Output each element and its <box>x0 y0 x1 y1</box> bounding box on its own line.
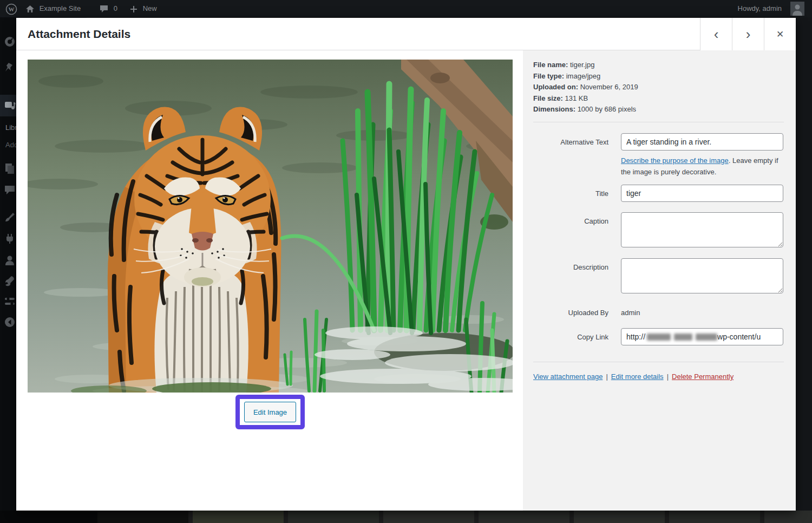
alt-text-input[interactable] <box>621 133 783 151</box>
posts-pin-icon[interactable] <box>4 62 16 74</box>
tools-wrench-icon[interactable] <box>4 275 16 287</box>
attachment-details-modal: Attachment Details ‹ › ✕ <box>16 18 796 511</box>
pages-icon[interactable] <box>4 162 16 174</box>
edit-more-details-link[interactable]: Edit more details <box>611 372 664 381</box>
delete-permanently-link[interactable]: Delete Permanently <box>672 372 734 381</box>
uploaded-by-value: admin <box>621 309 640 317</box>
attachment-preview-pane: Edit Image <box>16 50 523 511</box>
attachment-info-sidebar: File name: tiger.jpg File type: image/jp… <box>523 50 796 511</box>
admin-bar-comments-link[interactable]: 0 <box>100 0 117 17</box>
svg-text:W: W <box>9 6 15 12</box>
edit-image-annotation-highlight: Edit Image <box>235 395 305 429</box>
home-icon <box>26 5 34 13</box>
attachment-actions: View attachment page|Edit more details|D… <box>533 372 734 381</box>
plus-icon <box>130 5 137 13</box>
media-grid-thumbnail <box>764 511 812 523</box>
users-icon[interactable] <box>4 254 16 266</box>
next-attachment-button[interactable]: › <box>732 18 764 50</box>
alt-text-help: Describe the purpose of the image. Leave… <box>621 155 784 178</box>
previous-attachment-button[interactable]: ‹ <box>700 18 732 50</box>
overlay-right-strip <box>796 17 812 523</box>
comment-count: 0 <box>114 4 117 12</box>
title-input[interactable] <box>621 185 783 202</box>
alt-text-label: Alternative Text <box>533 133 608 151</box>
dimensions-row: Dimensions: 1000 by 686 pixels <box>533 104 782 115</box>
admin-bar-site-link[interactable]: Example Site <box>26 0 81 17</box>
attachment-image-tiger <box>28 60 513 393</box>
description-textarea[interactable] <box>621 258 783 293</box>
wordpress-logo-icon[interactable]: W <box>5 0 17 17</box>
file-name-row: File name: tiger.jpg <box>533 60 782 71</box>
caption-label: Caption <box>533 212 608 250</box>
sidebar-divider <box>533 362 784 362</box>
uploaded-by-label: Uploaded By <box>533 309 608 317</box>
media-grid-thumbnail <box>97 511 188 523</box>
admin-bar-new-link[interactable]: New <box>130 0 157 17</box>
media-grid-thumbnail <box>574 511 665 523</box>
media-grid-thumbnail <box>288 511 379 523</box>
comment-bubble-icon <box>100 5 108 13</box>
copy-link-row: Copy Link http://wp-content/u <box>523 328 783 345</box>
settings-icon[interactable] <box>4 296 16 308</box>
caption-row: Caption <box>523 212 783 250</box>
describe-purpose-link[interactable]: Describe the purpose of the image <box>621 156 729 165</box>
media-grid-thumbnail <box>669 511 760 523</box>
media-grid-thumbnail <box>0 511 97 523</box>
copy-link-label: Copy Link <box>533 328 608 345</box>
copy-link-input[interactable]: http://wp-content/u <box>621 328 783 345</box>
attachment-file-details: File name: tiger.jpg File type: image/jp… <box>533 60 782 115</box>
file-size-row: File size: 131 KB <box>533 93 782 104</box>
appearance-brush-icon[interactable] <box>4 211 16 223</box>
caption-textarea[interactable] <box>621 212 783 247</box>
modal-header: Attachment Details ‹ › ✕ <box>16 18 796 50</box>
comments-icon[interactable] <box>4 184 16 196</box>
view-attachment-page-link[interactable]: View attachment page <box>533 372 603 381</box>
modal-navigation: ‹ › ✕ <box>700 18 796 50</box>
title-label: Title <box>533 185 608 202</box>
avatar[interactable] <box>790 2 804 16</box>
new-label: New <box>143 4 157 12</box>
close-modal-button[interactable]: ✕ <box>764 18 796 50</box>
uploaded-by-row: Uploaded By admin <box>523 309 640 317</box>
overlay-bottom-strip <box>0 511 812 523</box>
description-label: Description <box>533 258 608 296</box>
file-type-row: File type: image/jpeg <box>533 71 782 82</box>
media-grid-thumbnail <box>193 511 284 523</box>
site-name: Example Site <box>40 4 81 12</box>
media-grid-thumbnail <box>479 511 569 523</box>
title-row: Title <box>523 185 783 202</box>
collapse-menu-icon[interactable] <box>4 316 16 328</box>
modal-title: Attachment Details <box>28 18 130 50</box>
uploaded-on-row: Uploaded on: November 6, 2019 <box>533 82 782 93</box>
redacted-url-segment <box>647 334 671 341</box>
media-grid-thumbnail <box>383 511 474 523</box>
dashboard-icon[interactable] <box>4 35 16 47</box>
admin-bar: W Example Site 0 New Howdy, admin <box>0 0 812 17</box>
plugins-icon[interactable] <box>4 233 16 245</box>
description-row: Description <box>523 258 783 296</box>
redacted-url-segment <box>696 334 717 341</box>
alt-text-row: Alternative Text <box>523 133 783 151</box>
admin-bar-account-link[interactable]: Howdy, admin <box>738 0 782 17</box>
redacted-url-segment <box>674 334 692 341</box>
media-icon[interactable] <box>4 100 16 112</box>
sidebar-divider <box>533 122 784 122</box>
edit-image-button[interactable]: Edit Image <box>244 402 296 422</box>
